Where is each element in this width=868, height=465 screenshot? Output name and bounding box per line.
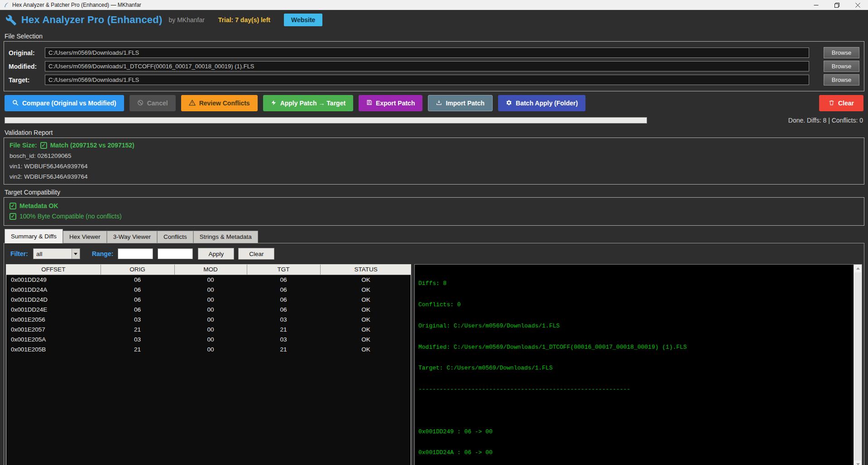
browse-original-button[interactable]: Browse xyxy=(824,47,859,58)
file-size-value: Match (2097152 vs 2097152) xyxy=(50,142,134,149)
table-row[interactable]: 0x001E2057210021OK xyxy=(6,324,411,334)
target-file-row: Target: Browse xyxy=(9,74,859,85)
clear-button[interactable]: Clear xyxy=(819,95,863,111)
column-header-orig[interactable]: ORIG xyxy=(101,265,174,275)
ban-icon xyxy=(137,100,144,107)
scroll-down-icon[interactable] xyxy=(854,460,862,465)
file-size-line: File Size: ✓ Match (2097152 vs 2097152) xyxy=(10,142,858,149)
filter-dropdown-value: all xyxy=(34,251,72,257)
modified-label: Modified: xyxy=(9,63,45,70)
byte-compatible-line: ✓ 100% Byte Compatible (no conflicts) xyxy=(10,213,858,220)
tab-3way-viewer[interactable]: 3-Way Viewer xyxy=(107,231,157,243)
tab-bar: Summary & Diffs Hex Viewer 3-Way Viewer … xyxy=(5,229,868,243)
import-patch-button[interactable]: Import Patch xyxy=(428,95,493,111)
tab-strings-metadata[interactable]: Strings & Metadata xyxy=(193,231,258,243)
metadata-ok-line: ✓ Metadata OK xyxy=(10,202,858,209)
clear-filter-button[interactable]: Clear xyxy=(238,248,274,260)
target-compatibility-group: ✓ Metadata OK ✓ 100% Byte Compatible (no… xyxy=(4,197,864,226)
validation-report-group: File Size: ✓ Match (2097152 vs 2097152) … xyxy=(4,138,864,185)
column-header-tgt[interactable]: TGT xyxy=(247,265,320,275)
browse-modified-button[interactable]: Browse xyxy=(824,61,859,72)
range-from-input[interactable] xyxy=(118,248,153,259)
green-checkbox-icon: ✓ xyxy=(10,213,16,220)
action-toolbar: Compare (Original vs Modified) Cancel Re… xyxy=(5,95,863,111)
vin2-line: vin2: WDBUF56J46A939764 xyxy=(10,173,858,180)
original-label: Original: xyxy=(9,49,45,57)
log-scrollbar[interactable] xyxy=(854,265,862,465)
floppy-icon xyxy=(366,100,372,107)
table-row[interactable]: 0x001DD24A060006OK xyxy=(6,285,411,294)
lightning-icon xyxy=(271,100,277,107)
bosch-id-line: bosch_id: 0261209065 xyxy=(10,152,858,159)
restore-button[interactable] xyxy=(826,0,847,10)
table-row[interactable]: 0x001E205A030003OK xyxy=(6,334,411,344)
green-checkbox-icon: ✓ xyxy=(10,203,16,209)
diff-table: OFFSET ORIG MOD TGT STATUS 0x001DD249060… xyxy=(6,265,411,354)
window-title: Hex Analyzer & Patcher Pro (Enhanced) — … xyxy=(12,2,141,8)
status-text: Done. Diffs: 8 | Conflicts: 0 xyxy=(788,117,863,124)
trash-icon xyxy=(829,100,834,107)
vin1-line: vin1: WDBUF56J46A939764 xyxy=(10,163,858,170)
diff-log-text[interactable]: Diffs: 8 Conflicts: 0 Original: C:/Users… xyxy=(415,265,854,465)
chevron-down-icon[interactable] xyxy=(72,249,80,259)
tab-conflicts[interactable]: Conflicts xyxy=(157,231,193,243)
window-titlebar: Hex Analyzer & Patcher Pro (Enhanced) — … xyxy=(0,0,868,10)
tab-hex-viewer[interactable]: Hex Viewer xyxy=(63,231,107,243)
website-button[interactable]: Website xyxy=(284,14,322,26)
column-header-status[interactable]: STATUS xyxy=(320,265,411,275)
column-header-mod[interactable]: MOD xyxy=(174,265,247,275)
progress-row: Done. Diffs: 8 | Conflicts: 0 xyxy=(5,117,863,124)
import-tray-icon xyxy=(436,100,442,107)
file-selection-group: Original: Browse Modified: Browse Target… xyxy=(4,41,864,91)
column-header-offset[interactable]: OFFSET xyxy=(6,265,101,275)
cancel-button[interactable]: Cancel xyxy=(129,95,176,111)
progress-bar xyxy=(5,117,647,123)
tab-summary-diffs[interactable]: Summary & Diffs xyxy=(5,229,63,243)
diff-table-container: OFFSET ORIG MOD TGT STATUS 0x001DD249060… xyxy=(6,264,411,465)
browse-target-button[interactable]: Browse xyxy=(824,74,859,85)
original-file-row: Original: Browse xyxy=(9,47,859,58)
trial-badge: Trial: 7 day(s) left xyxy=(218,16,270,24)
modified-file-row: Modified: Browse xyxy=(9,61,859,72)
target-compatibility-label: Target Compatibility xyxy=(5,189,868,196)
table-row[interactable]: 0x001DD24D060006OK xyxy=(6,294,411,304)
file-size-label: File Size: xyxy=(10,142,37,149)
table-row[interactable]: 0x001DD249060006OK xyxy=(6,275,411,285)
scroll-up-icon[interactable] xyxy=(854,265,862,272)
gear-icon xyxy=(506,100,512,107)
range-label: Range: xyxy=(92,250,113,257)
target-label: Target: xyxy=(9,76,45,84)
range-to-input[interactable] xyxy=(158,248,193,259)
summary-diffs-panel: Filter: all Range: Apply Clear OFFSET OR… xyxy=(4,243,864,465)
batch-apply-button[interactable]: Batch Apply (Folder) xyxy=(498,95,585,111)
table-row[interactable]: 0x001DD24E060006OK xyxy=(6,304,411,314)
wrench-icon xyxy=(5,14,17,26)
apply-filter-button[interactable]: Apply xyxy=(198,248,234,260)
filter-dropdown[interactable]: all xyxy=(33,248,80,259)
export-patch-button[interactable]: Export Patch xyxy=(359,95,422,111)
target-path-input[interactable] xyxy=(45,75,809,85)
app-title: Hex Analyzer Pro (Enhanced) xyxy=(21,14,162,26)
modified-path-input[interactable] xyxy=(45,61,809,71)
warning-icon xyxy=(189,100,196,107)
scrollbar-thumb[interactable] xyxy=(854,272,861,460)
table-row[interactable]: 0x001E2056030003OK xyxy=(6,314,411,324)
progress-fill xyxy=(5,118,647,123)
minimize-button[interactable] xyxy=(806,0,826,10)
file-selection-label: File Selection xyxy=(5,33,868,40)
filter-row: Filter: all Range: Apply Clear xyxy=(4,243,864,263)
content-split: OFFSET ORIG MOD TGT STATUS 0x001DD249060… xyxy=(6,264,862,465)
filter-label: Filter: xyxy=(10,250,28,257)
log-panel: Diffs: 8 Conflicts: 0 Original: C:/Users… xyxy=(414,264,862,465)
table-header-row: OFFSET ORIG MOD TGT STATUS xyxy=(6,265,411,275)
feather-icon xyxy=(4,2,10,8)
original-path-input[interactable] xyxy=(45,47,809,58)
close-button[interactable] xyxy=(847,0,868,10)
search-icon xyxy=(12,100,19,107)
table-row[interactable]: 0x001E205B210021OK xyxy=(6,344,411,354)
review-conflicts-button[interactable]: Review Conflicts xyxy=(181,95,258,111)
app-header: Hex Analyzer Pro (Enhanced) by MKhanfar … xyxy=(0,10,868,30)
apply-patch-button[interactable]: Apply Patch → Target xyxy=(263,95,353,111)
green-checkbox-icon: ✓ xyxy=(40,142,47,149)
compare-button[interactable]: Compare (Original vs Modified) xyxy=(5,95,124,111)
